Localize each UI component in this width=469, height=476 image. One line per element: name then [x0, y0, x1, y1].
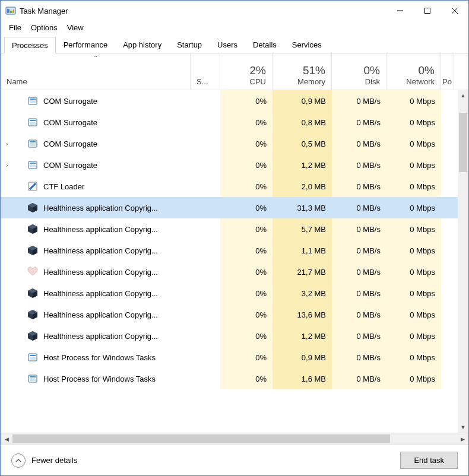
process-row[interactable]: COM Surrogate0%0,9 MB0 MB/s0 Mbps [1, 90, 468, 112]
process-name-cell: ›COM Surrogate [1, 154, 191, 176]
cpu-cell: 0% [220, 325, 272, 347]
process-name-label: COM Surrogate [43, 118, 97, 127]
disk-cell: 0 MB/s [332, 154, 386, 176]
status-cell [191, 154, 220, 176]
network-cell: 0 Mbps [386, 240, 441, 261]
svg-rect-46 [30, 378, 36, 381]
process-row[interactable]: ›COM Surrogate0%1,2 MB0 MB/s0 Mbps [1, 154, 468, 176]
column-header-network[interactable]: 0% Network [386, 53, 441, 90]
cpu-cell: 0% [220, 368, 272, 389]
column-header-memory[interactable]: 51% Memory [272, 53, 332, 90]
process-name-label: Host Process for Windows Tasks [43, 375, 156, 383]
scroll-left-icon[interactable]: ◀ [1, 433, 12, 445]
column-header-status[interactable]: S... [191, 53, 220, 90]
memory-cell: 13,6 MB [272, 304, 332, 325]
network-cell: 0 Mbps [386, 218, 441, 240]
maximize-button[interactable] [414, 1, 441, 21]
network-cell: 0 Mbps [386, 368, 441, 389]
disk-cell: 0 MB/s [332, 368, 386, 389]
column-header-cpu[interactable]: 2% CPU [220, 53, 272, 90]
cpu-cell: 0% [220, 176, 272, 197]
cpu-cell: 0% [220, 240, 272, 261]
memory-cell: 3,2 MB [272, 283, 332, 304]
column-header-disk[interactable]: 0% Disk [332, 53, 386, 90]
svg-rect-3 [13, 9, 14, 13]
tab-services[interactable]: Services [284, 36, 329, 53]
process-row[interactable]: Healthiness application Copyrig...0%5,7 … [1, 218, 468, 240]
process-row[interactable]: CTF Loader0%2,0 MB0 MB/s0 Mbps [1, 176, 468, 197]
svg-rect-12 [30, 120, 36, 121]
scroll-right-icon[interactable]: ▶ [457, 433, 468, 445]
svg-rect-19 [30, 164, 36, 167]
vertical-scrollbar[interactable]: ▲ ▼ [458, 90, 468, 433]
network-cell: 0 Mbps [386, 90, 441, 112]
menu-options[interactable]: Options [26, 22, 62, 33]
process-name-cell: Healthiness application Copyrig... [1, 261, 191, 283]
process-name-label: Healthiness application Copyrig... [43, 332, 158, 341]
menu-file[interactable]: File [4, 22, 26, 33]
process-name-cell: Healthiness application Copyrig... [1, 325, 191, 347]
status-cell [191, 133, 220, 154]
tab-startup[interactable]: Startup [169, 36, 210, 53]
horizontal-scrollbar[interactable]: ◀ ▶ [1, 433, 468, 445]
titlebar: Task Manager [1, 1, 468, 21]
process-name-cell: Host Process for Windows Tasks [1, 347, 191, 368]
scroll-up-icon[interactable]: ▲ [458, 90, 468, 101]
status-cell [191, 261, 220, 283]
column-header-power[interactable]: Po [441, 53, 454, 90]
process-icon [27, 180, 39, 192]
process-row[interactable]: Healthiness application Copyrig...0%1,1 … [1, 240, 468, 261]
minimize-button[interactable] [386, 1, 414, 21]
scrollbar-track[interactable] [458, 101, 468, 422]
footer: Fewer details End task [1, 445, 468, 475]
cpu-cell: 0% [220, 283, 272, 304]
process-row[interactable]: Host Process for Windows Tasks0%1,6 MB0 … [1, 368, 468, 389]
power-cell [441, 240, 454, 261]
process-row[interactable]: Healthiness application Copyrig...0%21,7… [1, 261, 468, 283]
process-row[interactable]: Healthiness application Copyrig...0%13,6… [1, 304, 468, 325]
column-header-name[interactable]: ⌃ Name [1, 53, 191, 90]
power-cell [441, 218, 454, 240]
process-list-scroll: COM Surrogate0%0,9 MB0 MB/s0 MbpsCOM Sur… [1, 90, 468, 433]
tab-users[interactable]: Users [210, 36, 245, 53]
tab-details[interactable]: Details [245, 36, 284, 53]
process-row[interactable]: Healthiness application Copyrig...0%3,2 … [1, 283, 468, 304]
process-icon [27, 159, 39, 171]
expand-chevron-icon[interactable]: › [1, 141, 14, 147]
power-cell [441, 325, 454, 347]
memory-cell: 0,8 MB [272, 112, 332, 133]
menu-view[interactable]: View [62, 22, 88, 33]
network-cell: 0 Mbps [386, 197, 441, 218]
close-button[interactable] [441, 1, 468, 21]
tab-apphistory[interactable]: App history [115, 36, 169, 53]
hscroll-track[interactable] [12, 433, 457, 445]
fewer-details-toggle[interactable]: Fewer details [11, 453, 77, 468]
cpu-cell: 0% [220, 347, 272, 368]
column-label-name: Name [7, 77, 27, 86]
process-name-cell: Healthiness application Copyrig... [1, 218, 191, 240]
process-name-cell: Healthiness application Copyrig... [1, 304, 191, 325]
process-row[interactable]: COM Surrogate0%0,8 MB0 MB/s0 Mbps [1, 112, 468, 133]
process-icon [27, 351, 39, 363]
tab-performance[interactable]: Performance [56, 36, 115, 53]
process-icon [27, 287, 39, 299]
process-icon [27, 373, 39, 385]
process-row[interactable]: Healthiness application Copyrig...0%31,3… [1, 197, 468, 218]
memory-cell: 2,0 MB [272, 176, 332, 197]
scrollbar-thumb[interactable] [459, 113, 467, 172]
tab-processes[interactable]: Processes [4, 37, 56, 53]
process-row[interactable]: ›COM Surrogate0%0,5 MB0 MB/s0 Mbps [1, 133, 468, 154]
scroll-down-icon[interactable]: ▼ [458, 422, 468, 433]
process-row[interactable]: Healthiness application Copyrig...0%1,2 … [1, 325, 468, 347]
expand-chevron-icon[interactable]: › [1, 162, 14, 169]
hscroll-thumb[interactable] [12, 434, 390, 443]
disk-cell: 0 MB/s [332, 176, 386, 197]
power-cell [441, 347, 454, 368]
process-row[interactable]: Host Process for Windows Tasks0%0,9 MB0 … [1, 347, 468, 368]
power-cell [441, 368, 454, 389]
process-icon [27, 202, 39, 214]
process-name-label: Healthiness application Copyrig... [43, 246, 158, 255]
process-name-label: Healthiness application Copyrig... [43, 310, 158, 319]
disk-usage-percent: 0% [338, 64, 380, 77]
end-task-button[interactable]: End task [400, 452, 458, 469]
